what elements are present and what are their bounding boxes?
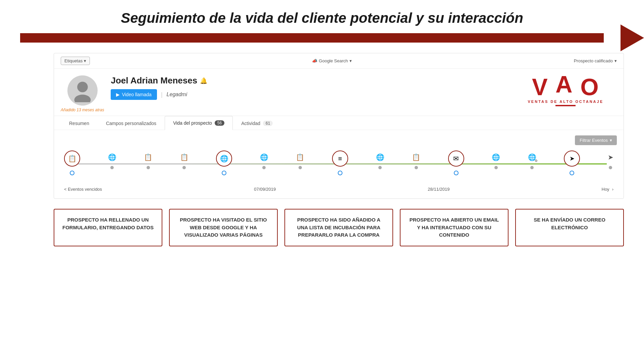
status-label: Prospecto calificado	[574, 58, 613, 63]
page-title: Seguimiento de la vida del cliente poten…	[0, 0, 644, 29]
timeline-section: Filtrar Eventos ▾ 📋 🌐	[54, 130, 624, 198]
bell-icon[interactable]: 🔔	[200, 77, 207, 84]
source-label: Google Search	[319, 58, 348, 63]
timeline-event-8: ≡	[332, 150, 348, 175]
v-letter: V	[532, 75, 548, 99]
arrow-head-icon	[621, 24, 644, 51]
date-mid1: 07/09/2019	[254, 187, 276, 192]
event-icon-15[interactable]: ➤	[608, 153, 613, 161]
video-icon: ▶	[116, 92, 120, 97]
dot-2	[110, 166, 114, 169]
top-bar-center: 📣 Google Search ▾	[312, 58, 352, 63]
timeline-event-1: 📋	[64, 150, 80, 175]
tab-vida[interactable]: Vida del prospecto 56	[165, 116, 233, 130]
dot-14	[570, 171, 574, 175]
event-icon-7[interactable]: 📋	[296, 153, 304, 161]
dot-11	[454, 171, 459, 175]
event-icon-1[interactable]: 📋	[64, 150, 80, 167]
filter-events-button[interactable]: Filtrar Eventos ▾	[575, 135, 617, 145]
timeline-event-2: 🌐	[108, 153, 116, 169]
added-label: Añadido 13 meses atras	[61, 108, 104, 112]
timeline-event-9: 🌐	[376, 153, 384, 169]
tab-campos[interactable]: Campos personalizados	[98, 116, 165, 130]
contact-info: Joel Adrian Meneses 🔔 ▶ Video llamada | …	[111, 75, 521, 100]
source-selector[interactable]: 📣 Google Search ▾	[312, 58, 352, 63]
timeline-event-14: ➤	[564, 150, 580, 175]
nav-today: Hoy	[602, 187, 609, 192]
timeline-event-3: 📋	[144, 153, 152, 169]
contact-name: Joel Adrian Meneses 🔔	[111, 75, 521, 86]
avatar-person-icon	[71, 79, 94, 102]
event-icon-11[interactable]: ✉	[448, 150, 464, 167]
tab-actividad[interactable]: Actividad 61	[233, 116, 281, 130]
vao-subtitle: VENTAS DE ALTO OCTANAJE	[528, 100, 603, 104]
nav-next[interactable]: ›	[612, 187, 613, 192]
divider: |	[161, 91, 163, 98]
svg-point-1	[74, 95, 91, 102]
event-icon-6[interactable]: 🌐	[260, 153, 268, 161]
top-bar-left: Etiquetas ▾	[61, 57, 90, 65]
company-link[interactable]: Legadmi	[167, 92, 187, 98]
timeline-event-10: 📋	[412, 153, 420, 169]
action-buttons: ▶ Video llamada | Legadmi	[111, 89, 521, 100]
filter-btn-row: Filtrar Eventos ▾	[61, 135, 617, 145]
tab-vida-badge: 56	[215, 120, 224, 126]
event-icon-2[interactable]: 🌐	[108, 153, 116, 161]
contact-name-text: Joel Adrian Meneses	[111, 75, 197, 86]
event-icon-10[interactable]: 📋	[412, 153, 420, 161]
timeline-event-7: 📋	[296, 153, 304, 169]
timeline-event-11: ✉	[448, 150, 464, 175]
arrow-bar-container	[20, 29, 624, 46]
dot-5	[222, 171, 226, 175]
source-icon: 📣	[312, 58, 317, 63]
source-chevron: ▾	[350, 58, 352, 63]
event-icon-13[interactable]: 🌐⚙	[528, 153, 536, 161]
event-icon-14[interactable]: ➤	[564, 150, 580, 167]
vao-letters: V A O	[528, 75, 603, 99]
dot-4	[182, 166, 186, 169]
tab-actividad-badge: 61	[263, 121, 273, 126]
event-icon-12[interactable]: 🌐	[492, 153, 500, 161]
timeline-event-6: 🌐	[260, 153, 268, 169]
video-call-button[interactable]: ▶ Video llamada	[111, 89, 157, 100]
tab-resumen[interactable]: Resumen	[61, 116, 98, 130]
event-icon-4[interactable]: 📋	[180, 153, 189, 161]
vao-underline	[555, 105, 576, 106]
arrow-bar	[20, 33, 604, 43]
event-icon-8[interactable]: ≡	[332, 150, 348, 167]
tags-chevron: ▾	[84, 58, 86, 63]
filter-chevron: ▾	[610, 138, 612, 143]
event-icon-3[interactable]: 📋	[144, 153, 152, 161]
avatar	[67, 75, 98, 106]
date-mid2: 28/11/2019	[428, 187, 449, 192]
timeline-track: 📋 🌐 📋 📋	[61, 150, 617, 184]
dot-15	[609, 166, 612, 169]
timeline-event-4: 📋	[180, 153, 189, 169]
timeline-event-5: 🌐	[216, 150, 232, 175]
status-chevron: ▾	[614, 58, 617, 63]
svg-point-0	[77, 82, 88, 93]
a-letter: A	[555, 73, 573, 96]
dot-7	[299, 166, 302, 169]
tabs-bar: Resumen Campos personalizados Vida del p…	[54, 116, 624, 130]
dot-1	[70, 171, 74, 175]
timeline-event-13: 🌐⚙	[528, 153, 536, 169]
dot-12	[494, 166, 498, 169]
event-icon-9[interactable]: 🌐	[376, 153, 384, 161]
crm-panel: Etiquetas ▾ 📣 Google Search ▾ Prospecto …	[54, 53, 624, 199]
dot-13	[530, 166, 534, 169]
nav-prev[interactable]: < Eventos vencidos	[64, 187, 102, 192]
timeline-icons-row: 📋 🌐 📋 📋	[61, 150, 617, 175]
tags-button[interactable]: Etiquetas ▾	[61, 57, 90, 65]
event-icon-5[interactable]: 🌐	[216, 150, 232, 167]
dot-3	[147, 166, 150, 169]
tab-vida-label: Vida del prospecto	[173, 120, 212, 126]
prospect-status-selector[interactable]: Prospecto calificado ▾	[574, 58, 617, 63]
vao-logo: V A O VENTAS DE ALTO OCTANAJE	[528, 75, 603, 106]
tab-campos-label: Campos personalizados	[106, 121, 156, 126]
tab-resumen-label: Resumen	[69, 121, 89, 126]
timeline-event-15: ➤	[608, 153, 613, 169]
video-btn-label: Video llamada	[122, 92, 151, 97]
top-bar-right: Prospecto calificado ▾	[574, 58, 617, 63]
filter-btn-label: Filtrar Eventos	[580, 138, 608, 143]
